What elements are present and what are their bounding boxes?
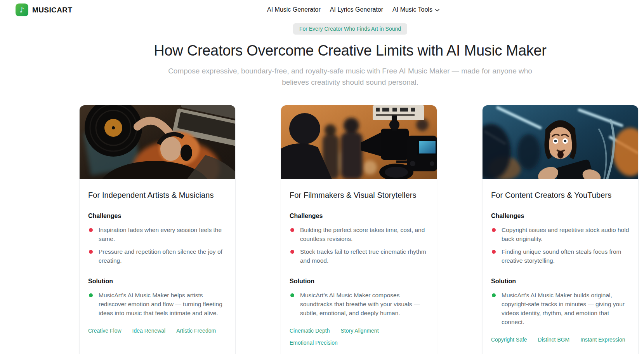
- solution-list: MusicArt’s AI Music Maker helps artists …: [88, 291, 227, 317]
- tag-link[interactable]: Creative Flow: [88, 328, 122, 334]
- card-image-creator-photo: [483, 105, 638, 179]
- card-title: For Content Creators & YouTubers: [491, 191, 630, 200]
- hero-badge: For Every Creator Who Finds Art in Sound: [293, 23, 407, 35]
- solution-item: MusicArt’s AI Music Maker composes sound…: [290, 291, 428, 317]
- solution-list: MusicArt’s AI Music Maker builds origina…: [491, 291, 630, 326]
- challenge-text: Copyright issues and repetitive stock au…: [502, 227, 629, 242]
- svg-text:♪: ♪: [20, 6, 24, 14]
- solution-label: Solution: [491, 278, 630, 285]
- nav-item-ai-music-tools[interactable]: AI Music Tools: [392, 6, 439, 13]
- challenge-item: Stock tracks fail to reflect true cinema…: [290, 247, 428, 265]
- page-title: How Creators Overcome Creative Limits wi…: [0, 42, 644, 59]
- solution-text: MusicArt’s AI Music Maker composes sound…: [300, 292, 420, 316]
- main-nav: AI Music Generator AI Lyrics Generator A…: [267, 6, 439, 13]
- red-bullet-icon: [492, 250, 496, 254]
- card-image-filmset-photo: [281, 105, 437, 179]
- challenges-list: Building the perfect score takes time, c…: [290, 225, 428, 265]
- solution-label: Solution: [290, 278, 428, 285]
- challenge-text: Finding unique sound often steals focus …: [502, 248, 621, 264]
- tag-row: Cinematic Depth Story Alignment Emotiona…: [290, 328, 428, 346]
- tag-row: Creative Flow Idea Renewal Artistic Free…: [88, 328, 227, 334]
- card-title: For Independent Artists & Musicians: [88, 191, 227, 200]
- green-bullet-icon: [492, 293, 496, 297]
- solution-list: MusicArt’s AI Music Maker composes sound…: [290, 291, 428, 317]
- challenges-list: Inspiration fades when every session fee…: [88, 225, 227, 265]
- challenge-item: Building the perfect score takes time, c…: [290, 225, 428, 243]
- brand-logo[interactable]: ♪ MUSICART: [16, 3, 72, 16]
- challenge-item: Copyright issues and repetitive stock au…: [491, 225, 630, 243]
- challenges-label: Challenges: [290, 213, 428, 220]
- hero-section: For Every Creator Who Finds Art in Sound…: [0, 23, 644, 88]
- solution-item: MusicArt’s AI Music Maker builds origina…: [491, 291, 630, 326]
- tag-link[interactable]: Cinematic Depth: [290, 328, 330, 334]
- nav-item-ai-music-generator[interactable]: AI Music Generator: [267, 6, 321, 13]
- card-image-artists-photo: [80, 105, 235, 179]
- challenge-text: Stock tracks fail to reflect true cinema…: [300, 248, 426, 264]
- tag-link[interactable]: Copyright Safe: [491, 337, 527, 343]
- cards-grid: For Independent Artists & Musicians Chal…: [79, 105, 639, 354]
- card-independent-artists: For Independent Artists & Musicians Chal…: [79, 105, 236, 354]
- solution-text: MusicArt’s AI Music Maker builds origina…: [502, 292, 625, 325]
- solution-label: Solution: [88, 278, 227, 285]
- page-subtitle: Compose expressive, boundary-free, and r…: [160, 65, 540, 88]
- red-bullet-icon: [290, 228, 294, 232]
- nav-label: AI Lyrics Generator: [330, 6, 383, 13]
- nav-item-ai-lyrics-generator[interactable]: AI Lyrics Generator: [330, 6, 383, 13]
- challenge-text: Inspiration fades when every session fee…: [99, 227, 222, 242]
- challenge-text: Pressure and repetition often silence th…: [99, 248, 222, 264]
- challenges-list: Copyright issues and repetitive stock au…: [491, 225, 630, 265]
- challenge-text: Building the perfect score takes time, c…: [300, 227, 425, 242]
- red-bullet-icon: [290, 250, 294, 254]
- solution-item: MusicArt’s AI Music Maker helps artists …: [88, 291, 227, 317]
- challenges-label: Challenges: [491, 213, 630, 220]
- challenge-item: Inspiration fades when every session fee…: [88, 225, 227, 243]
- tag-link[interactable]: Distinct BGM: [538, 337, 570, 343]
- top-header: ♪ MUSICART AI Music Generator AI Lyrics …: [0, 0, 644, 19]
- tag-link[interactable]: Artistic Freedom: [176, 328, 216, 334]
- nav-label: AI Music Generator: [267, 6, 321, 13]
- card-title: For Filmmakers & Visual Storytellers: [290, 191, 428, 200]
- nav-label: AI Music Tools: [392, 6, 432, 13]
- card-content-creators: For Content Creators & YouTubers Challen…: [482, 105, 639, 354]
- green-bullet-icon: [89, 293, 93, 297]
- tag-link[interactable]: Story Alignment: [341, 328, 379, 334]
- music-note-icon: ♪: [16, 3, 28, 16]
- red-bullet-icon: [492, 228, 496, 232]
- tag-row: Copyright Safe Distinct BGM Instant Expr…: [491, 337, 630, 343]
- red-bullet-icon: [89, 250, 93, 254]
- challenge-item: Pressure and repetition often silence th…: [88, 247, 227, 265]
- tag-link[interactable]: Idea Renewal: [132, 328, 166, 334]
- challenges-label: Challenges: [88, 213, 227, 220]
- chevron-down-icon: [435, 9, 439, 12]
- tag-link[interactable]: Emotional Precision: [290, 340, 338, 346]
- brand-name: MUSICART: [32, 6, 72, 14]
- challenge-item: Finding unique sound often steals focus …: [491, 247, 630, 265]
- red-bullet-icon: [89, 228, 93, 232]
- card-filmmakers: For Filmmakers & Visual Storytellers Cha…: [281, 105, 437, 354]
- tag-link[interactable]: Instant Expression: [580, 337, 625, 343]
- green-bullet-icon: [290, 293, 294, 297]
- solution-text: MusicArt’s AI Music Maker helps artists …: [99, 292, 222, 316]
- page: ♪ MUSICART AI Music Generator AI Lyrics …: [0, 0, 644, 354]
